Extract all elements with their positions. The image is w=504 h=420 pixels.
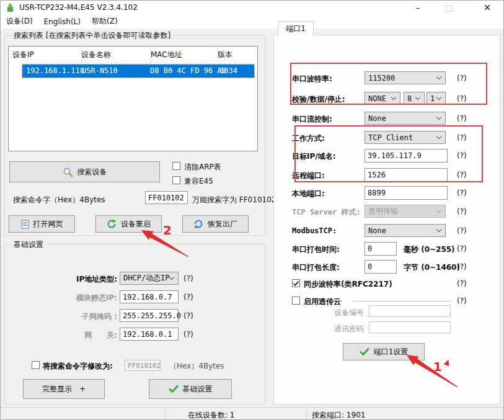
search-device-button[interactable]: 搜索设备 bbox=[9, 161, 160, 182]
col-header-mac[interactable]: MAC地址 bbox=[147, 47, 218, 63]
device-id-input[interactable] bbox=[369, 305, 451, 317]
clear-arp-checkbox[interactable] bbox=[172, 162, 180, 170]
chevron-down-icon bbox=[436, 208, 441, 213]
remote-port-label: 远程端口: bbox=[292, 171, 325, 181]
search-cmd-hint: 万能搜索字为 FF010102 bbox=[192, 195, 276, 205]
status-bar: 在线设备数: 1 搜索端口: 1901 bbox=[1, 407, 503, 420]
gateway-help[interactable]: (?) bbox=[183, 330, 193, 339]
cell-device-ip: 192.168.1.118 bbox=[26, 66, 84, 75]
clear-arp-label: 清除ARP表 bbox=[184, 162, 221, 172]
restart-device-button[interactable]: 设备重启 bbox=[95, 215, 162, 233]
open-webpage-button[interactable]: 打开网页 bbox=[9, 215, 75, 233]
ip-type-value: DHCP/动态IP bbox=[123, 273, 170, 284]
device-table: 设备IP 设备名称 MAC地址 版本 192.168.1.118 USR-N51… bbox=[8, 46, 258, 151]
ip-type-label: IP地址类型: bbox=[18, 274, 117, 285]
maximize-button: □ bbox=[441, 1, 457, 14]
baud-help[interactable]: (?) bbox=[457, 74, 467, 83]
modbus-select[interactable]: None bbox=[365, 224, 446, 237]
target-ip-input[interactable]: 39.105.117.9 bbox=[365, 149, 448, 163]
remote-port-input[interactable]: 1526 bbox=[365, 168, 448, 182]
col-header-name[interactable]: 设备名称 bbox=[77, 47, 151, 63]
pack-time-help[interactable]: (?) bbox=[457, 244, 467, 253]
ip-type-help[interactable]: (?) bbox=[183, 274, 193, 283]
table-row[interactable]: 192.168.1.118 USR-N510 D8 B0 4C FD 96 A8… bbox=[22, 65, 254, 78]
modbus-help[interactable]: (?) bbox=[457, 226, 467, 235]
minimize-button[interactable]: – bbox=[410, 1, 426, 14]
search-list-title: 搜索列表 [在搜索列表中单击设备即可读取参数] bbox=[11, 30, 173, 41]
static-ip-help[interactable]: (?) bbox=[183, 293, 193, 302]
full-display-button[interactable]: 完整显示 + bbox=[23, 379, 105, 399]
menu-device[interactable]: 设备(D) bbox=[1, 14, 38, 29]
local-port-help[interactable]: (?) bbox=[457, 189, 467, 197]
cloud-label: 启用透传云 bbox=[304, 297, 341, 307]
chevron-down-icon bbox=[169, 275, 174, 280]
e45-label: 兼容E45 bbox=[184, 176, 213, 187]
basic-settings-title: 基础设置 bbox=[11, 239, 46, 250]
pack-len-help[interactable]: (?) bbox=[457, 262, 467, 271]
document-icon bbox=[21, 220, 29, 229]
flow-help[interactable]: (?) bbox=[457, 114, 467, 123]
tab-port1[interactable]: 端口1 bbox=[278, 21, 314, 35]
tcp-server-style-label: TCP Server 样式: bbox=[292, 207, 361, 218]
pack-time-input[interactable]: 0 bbox=[365, 242, 397, 256]
ip-type-select[interactable]: DHCP/动态IP bbox=[120, 272, 179, 285]
modify-cmd-input[interactable]: FF010102 bbox=[125, 360, 161, 371]
close-button[interactable]: × bbox=[479, 1, 495, 14]
factory-reset-button[interactable]: 恢复出厂 bbox=[182, 215, 249, 233]
statusbar-divider bbox=[306, 409, 307, 420]
menu-help[interactable]: 帮助(Z) bbox=[86, 14, 123, 29]
cloud-help[interactable]: (?) bbox=[457, 297, 467, 305]
chevron-down-icon bbox=[436, 227, 441, 232]
factory-reset-icon bbox=[193, 219, 203, 229]
flow-value: None bbox=[368, 114, 386, 123]
work-mode-select[interactable]: TCP Client bbox=[365, 131, 446, 144]
menu-english[interactable]: English(L) bbox=[38, 14, 86, 29]
static-ip-input[interactable]: 192.168.0.7 bbox=[120, 290, 179, 303]
parity-help[interactable]: (?) bbox=[457, 94, 467, 103]
work-mode-help[interactable]: (?) bbox=[457, 133, 467, 142]
baud-select[interactable]: 115200 bbox=[365, 71, 446, 84]
port1-apply-button[interactable]: 端口1设置 bbox=[343, 343, 425, 360]
stopbits-select[interactable]: 1 bbox=[427, 92, 446, 105]
col-header-ip[interactable]: 设备IP bbox=[9, 47, 82, 63]
databits-select[interactable]: 8 bbox=[404, 92, 425, 105]
window-title: USR-TCP232-M4,E45 V2.3.4.102 bbox=[19, 3, 138, 12]
statusbar-divider bbox=[165, 409, 166, 420]
search-cmd-input[interactable]: FF010102 bbox=[145, 191, 188, 204]
tcp-server-style-help[interactable]: (?) bbox=[457, 207, 467, 216]
col-header-version[interactable]: 版本 bbox=[214, 47, 261, 63]
annotation-step2: 2 bbox=[163, 223, 172, 238]
chevron-down-icon bbox=[391, 95, 396, 100]
search-cmd-label: 搜索命令字（Hex）4Bytes bbox=[13, 195, 105, 205]
sync-baud-help[interactable]: (?) bbox=[457, 279, 467, 288]
restart-icon bbox=[107, 219, 117, 229]
local-port-label: 本地端口: bbox=[292, 189, 325, 199]
target-ip-help[interactable]: (?) bbox=[457, 151, 467, 160]
cloud-checkbox[interactable] bbox=[292, 297, 300, 305]
modify-cmd-checkbox[interactable] bbox=[32, 361, 40, 369]
remote-port-help[interactable]: (?) bbox=[457, 171, 467, 179]
local-port-input[interactable]: 8899 bbox=[365, 186, 448, 200]
flow-select[interactable]: None bbox=[365, 112, 446, 125]
chevron-down-icon bbox=[436, 74, 441, 79]
full-display-label: 完整显示 + bbox=[42, 384, 86, 395]
sync-baud-label: 同步波特率(类RFC2217) bbox=[304, 279, 392, 290]
subnet-label: 子网掩码 : bbox=[18, 311, 117, 322]
gateway-input[interactable]: 192.168.0.1 bbox=[120, 328, 179, 341]
annotation-step1: 1 bbox=[433, 359, 442, 374]
pack-len-input[interactable]: 0 bbox=[365, 260, 397, 274]
stopbits-value: 1 bbox=[430, 94, 435, 103]
sync-baud-checkbox[interactable] bbox=[292, 279, 300, 287]
cell-version: 3034 bbox=[219, 66, 237, 75]
subnet-help[interactable]: (?) bbox=[183, 311, 193, 320]
basic-settings-apply-button[interactable]: 基础设置 bbox=[149, 379, 232, 399]
subnet-input[interactable]: 255.255.255.0 bbox=[120, 309, 179, 322]
menu-bar: 设备(D) English(L) 帮助(Z) bbox=[1, 14, 503, 29]
cell-device-name: USR-N510 bbox=[82, 66, 118, 75]
parity-select[interactable]: NONE bbox=[365, 92, 400, 105]
static-ip-label: 模块静态IP: bbox=[18, 293, 117, 303]
comm-pwd-input[interactable] bbox=[369, 321, 451, 333]
open-webpage-label: 打开网页 bbox=[33, 219, 63, 230]
e45-checkbox[interactable] bbox=[172, 176, 180, 184]
tcp-server-style-select: 透明传输 bbox=[365, 205, 446, 218]
